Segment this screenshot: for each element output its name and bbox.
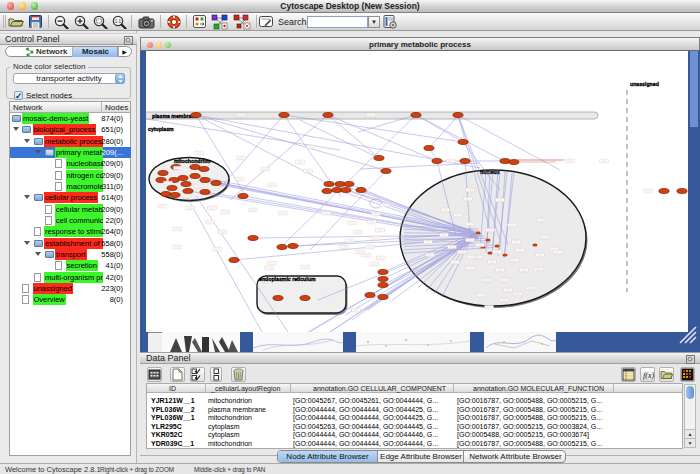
svg-text:f(x): f(x) [643, 371, 654, 380]
svg-text:mitochondrion: mitochondrion [174, 158, 210, 164]
svg-text:endoplasmic reticulum: endoplasmic reticulum [259, 276, 316, 282]
svg-text:cytoplasm: cytoplasm [148, 126, 174, 132]
svg-text:1:1: 1:1 [115, 19, 122, 24]
svg-text:unassigned: unassigned [630, 81, 659, 87]
